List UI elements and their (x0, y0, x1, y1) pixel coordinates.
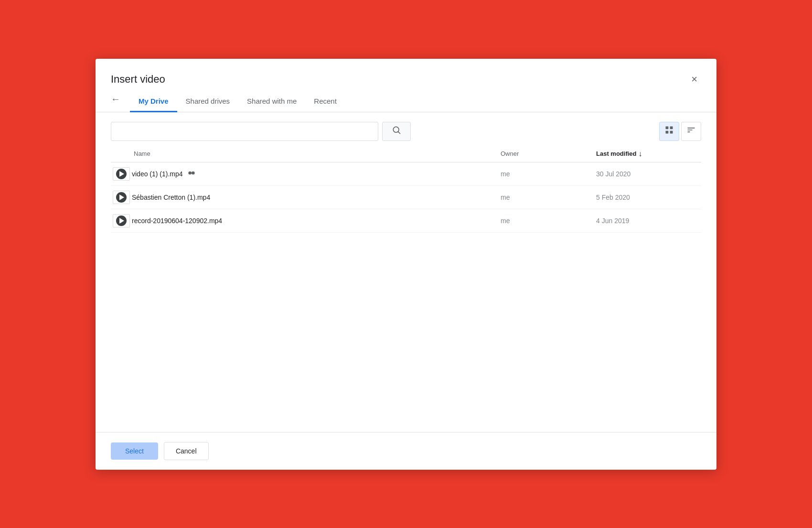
search-input[interactable] (111, 122, 378, 141)
tab-shared-drives[interactable]: Shared drives (177, 91, 239, 112)
tab-shared-with-me[interactable]: Shared with me (238, 91, 305, 112)
svg-rect-2 (666, 127, 669, 129)
table-row[interactable]: Sébastien Cretton (1).mp4 me 5 Feb 2020 (111, 186, 701, 209)
grid-view-button[interactable] (659, 122, 679, 141)
tab-bar: ← My Drive Shared drives Shared with me … (96, 91, 716, 112)
col-owner-header: Owner (501, 150, 596, 157)
file-icon-0 (111, 167, 132, 181)
tab-my-drive[interactable]: My Drive (130, 91, 177, 112)
svg-rect-5 (670, 131, 673, 134)
svg-line-1 (398, 132, 400, 134)
insert-video-dialog: Insert video × ← My Drive Shared drives … (96, 59, 716, 470)
col-last-modified-header[interactable]: Last modified ↓ (596, 150, 701, 158)
dialog-title: Insert video (111, 73, 165, 86)
file-icon-2 (111, 214, 132, 227)
file-lm-1: 5 Feb 2020 (596, 194, 701, 201)
shared-icon-0 (187, 169, 196, 179)
dialog-footer: Select Cancel (96, 432, 716, 470)
search-bar (96, 112, 716, 146)
sort-view-button[interactable] (681, 122, 701, 141)
cancel-button[interactable]: Cancel (164, 442, 209, 460)
svg-rect-4 (666, 131, 669, 134)
svg-rect-3 (670, 127, 673, 129)
file-owner-2: me (501, 217, 596, 225)
sort-icon (686, 125, 696, 137)
col-name-header: Name (132, 150, 501, 157)
svg-point-0 (393, 127, 399, 132)
svg-point-6 (188, 171, 192, 174)
view-toggle-group (659, 122, 701, 141)
file-owner-1: me (501, 194, 596, 201)
table-header: Name Owner Last modified ↓ (111, 146, 701, 162)
back-button[interactable]: ← (111, 94, 120, 109)
tab-recent[interactable]: Recent (305, 91, 345, 112)
search-icon (392, 125, 401, 137)
file-name-2: record-20190604-120902.mp4 (132, 217, 501, 225)
file-lm-2: 4 Jun 2019 (596, 217, 701, 225)
table-row[interactable]: record-20190604-120902.mp4 me 4 Jun 2019 (111, 209, 701, 233)
file-name-0: video (1) (1).mp4 (132, 169, 501, 179)
file-lm-0: 30 Jul 2020 (596, 170, 701, 178)
svg-point-7 (192, 171, 195, 174)
table-row[interactable]: video (1) (1).mp4 me 30 Jul 2020 (111, 162, 701, 186)
search-button[interactable] (382, 122, 411, 141)
dialog-header: Insert video × (96, 59, 716, 91)
file-owner-0: me (501, 170, 596, 178)
grid-icon (664, 125, 674, 137)
file-table: Name Owner Last modified ↓ video (1) (1)… (96, 146, 716, 233)
select-button[interactable]: Select (111, 442, 158, 460)
close-button[interactable]: × (687, 72, 701, 86)
file-icon-1 (111, 191, 132, 204)
sort-arrow-icon: ↓ (639, 150, 642, 158)
file-name-1: Sébastien Cretton (1).mp4 (132, 194, 501, 201)
